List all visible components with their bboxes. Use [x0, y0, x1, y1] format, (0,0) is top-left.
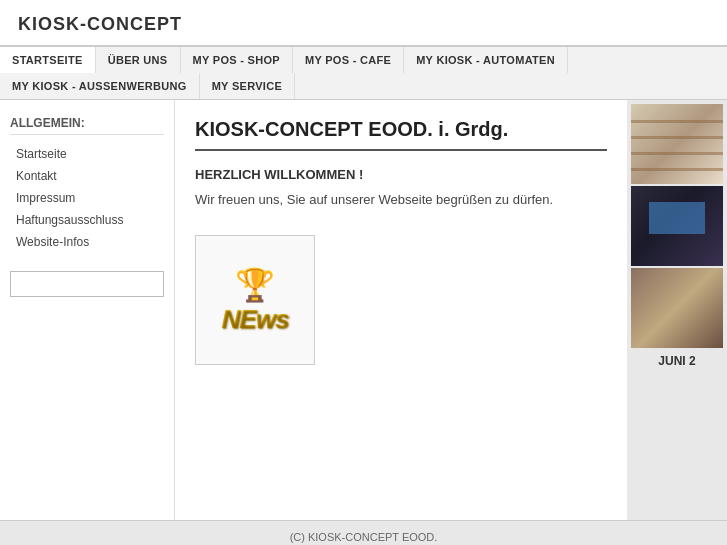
sidebar-links: StartseiteKontaktImpressumHaftungsaussch…: [10, 143, 164, 253]
site-header: KIOSK-CONCEPT: [0, 0, 727, 47]
sidebar-link-1[interactable]: Kontakt: [10, 165, 164, 187]
news-graphic: 🏆 NEws: [222, 266, 289, 335]
date-label: JUNI 2: [631, 354, 723, 368]
sidebar-link-4[interactable]: Website-Infos: [10, 231, 164, 253]
page-title: KIOSK-CONCEPT EOOD. i. Grdg.: [195, 118, 607, 151]
content-area: KIOSK-CONCEPT EOOD. i. Grdg. HERZLICH WI…: [175, 100, 627, 520]
sidebar-section-title: ALLGEMEIN:: [10, 116, 164, 135]
nav-item-my-kiosk---aussenwerbung[interactable]: MY KIOSK - AUSSENWERBUNG: [0, 73, 200, 99]
shop-photo-1: [631, 104, 723, 184]
shop-photo-2: [631, 186, 723, 266]
shop-photo-1-inner: [631, 104, 723, 184]
nav-item-my-pos---shop[interactable]: MY POS - SHOP: [181, 47, 293, 73]
nav-item-my-kiosk---automaten[interactable]: MY KIOSK - AUTOMATEN: [404, 47, 568, 73]
shop-photo-3: [631, 268, 723, 348]
site-title: KIOSK-CONCEPT: [18, 14, 182, 34]
shop-photo-2-inner: [631, 186, 723, 266]
content-lower: 🏆 NEws: [195, 225, 607, 365]
news-figure-icon: 🏆: [222, 266, 289, 304]
news-box: 🏆 NEws: [195, 235, 315, 365]
shelf-line: [631, 120, 723, 123]
sidebar-link-3[interactable]: Haftungsausschluss: [10, 209, 164, 231]
shelf-line: [631, 168, 723, 171]
photo-panel: JUNI 2: [627, 100, 727, 520]
main-nav: STARTSEITEÜBER UNSMY POS - SHOPMY POS - …: [0, 47, 727, 100]
news-text: NEws: [222, 304, 289, 335]
nav-item-my-service[interactable]: MY SERVICE: [200, 73, 295, 99]
shop-photo-3-inner: [631, 268, 723, 348]
sidebar-link-2[interactable]: Impressum: [10, 187, 164, 209]
screen-element: [649, 202, 704, 234]
footer-text: (C) KIOSK-CONCEPT EOOD.: [290, 531, 438, 543]
shelf-line: [631, 136, 723, 139]
footer: (C) KIOSK-CONCEPT EOOD.: [0, 520, 727, 545]
nav-item-über-uns[interactable]: ÜBER UNS: [96, 47, 181, 73]
main-content: ALLGEMEIN: StartseiteKontaktImpressumHaf…: [0, 100, 727, 520]
shelf-line: [631, 152, 723, 155]
sidebar-link-0[interactable]: Startseite: [10, 143, 164, 165]
search-area[interactable]: 🔍: [10, 271, 164, 297]
welcome-text: Wir freuen uns, Sie auf unserer Webseite…: [195, 192, 607, 207]
search-input[interactable]: [11, 273, 173, 295]
nav-item-startseite[interactable]: STARTSEITE: [0, 47, 96, 73]
sidebar: ALLGEMEIN: StartseiteKontaktImpressumHaf…: [0, 100, 175, 520]
nav-item-my-pos---cafe[interactable]: MY POS - CAFE: [293, 47, 404, 73]
welcome-heading: HERZLICH WILLKOMMEN !: [195, 167, 607, 182]
